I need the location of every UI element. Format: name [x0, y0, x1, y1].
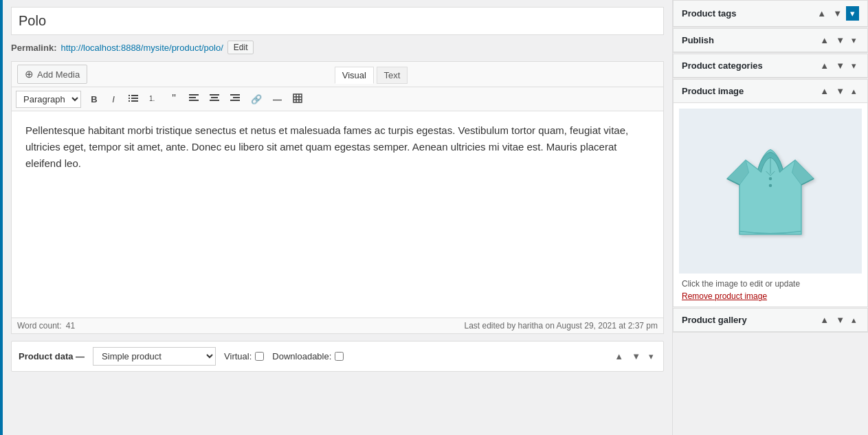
paragraph-select[interactable]: Paragraph: [16, 91, 81, 108]
permalink-link[interactable]: http://localhost:8888/mysite/product/pol…: [60, 43, 223, 53]
polo-shirt-image: [709, 129, 832, 253]
svg-rect-11: [211, 97, 218, 98]
align-center-button[interactable]: [205, 91, 224, 107]
editor-container: ⊕ Add Media Visual Text Paragraph B I: [11, 61, 664, 334]
svg-rect-1: [131, 95, 138, 96]
product-image-title: Product image: [682, 86, 744, 96]
downloadable-checkbox[interactable]: [335, 352, 344, 361]
product-image-header[interactable]: Product image ▲ ▼ ▴: [674, 80, 867, 103]
product-tags-down-button[interactable]: ▼: [830, 8, 845, 19]
product-data-expand-button[interactable]: ▾: [646, 350, 656, 363]
bold-button[interactable]: B: [85, 91, 103, 107]
product-tags-up-button[interactable]: ▲: [814, 8, 829, 19]
virtual-label: Virtual:: [224, 351, 252, 361]
svg-rect-12: [210, 100, 219, 101]
product-gallery-title: Product gallery: [682, 315, 747, 325]
add-media-area: ⊕ Add Media: [17, 65, 87, 84]
add-media-button[interactable]: ⊕ Add Media: [17, 65, 87, 84]
product-image-box[interactable]: [679, 109, 862, 274]
tab-text[interactable]: Text: [377, 67, 408, 84]
svg-rect-7: [189, 94, 199, 96]
publish-header[interactable]: Publish ▲ ▼ ▾: [674, 29, 867, 52]
tab-visual[interactable]: Visual: [335, 67, 374, 84]
editor-content: Pellentesque habitant morbi tristique se…: [25, 122, 649, 172]
product-gallery-collapse-button[interactable]: ▴: [849, 314, 859, 326]
svg-rect-3: [131, 98, 138, 99]
svg-rect-13: [230, 94, 240, 96]
svg-rect-14: [233, 97, 240, 98]
add-media-icon: ⊕: [25, 68, 34, 80]
product-gallery-header[interactable]: Product gallery ▲ ▼ ▴: [674, 309, 867, 332]
product-data-section: Product data — Simple product Grouped pr…: [11, 341, 664, 372]
product-categories-expand-button[interactable]: ▾: [849, 60, 859, 71]
remove-product-image-link[interactable]: Remove product image: [679, 291, 862, 301]
word-count-value: 41: [66, 321, 75, 331]
publish-down-button[interactable]: ▼: [833, 34, 847, 46]
ordered-list-button[interactable]: 1.: [144, 91, 164, 108]
product-data-label: Product data —: [19, 351, 85, 361]
product-data-up-button[interactable]: ▲: [612, 350, 626, 363]
virtual-checkbox-group: Virtual:: [224, 351, 264, 361]
svg-rect-8: [189, 97, 196, 98]
svg-rect-0: [129, 95, 130, 96]
downloadable-checkbox-group: Downloadable:: [272, 351, 344, 361]
product-image-collapse-button[interactable]: ▴: [849, 85, 859, 97]
editor-footer: Word count: 41 Last edited by haritha on…: [12, 317, 663, 333]
svg-point-21: [769, 177, 772, 181]
permalink-edit-button[interactable]: Edit: [227, 41, 254, 54]
product-categories-header[interactable]: Product categories ▲ ▼ ▾: [674, 54, 867, 78]
hr-button[interactable]: —: [268, 91, 287, 107]
sidebar: Product tags ▲ ▼ ▾ Publish ▲ ▼ ▾: [672, 0, 868, 435]
publish-controls: ▲ ▼ ▾: [817, 34, 859, 46]
product-gallery-up-button[interactable]: ▲: [817, 314, 832, 326]
product-gallery-down-button[interactable]: ▼: [833, 314, 847, 326]
product-image-controls: ▲ ▼ ▴: [817, 85, 859, 97]
product-tags-controls: ▲ ▼ ▾: [814, 6, 859, 21]
product-type-select[interactable]: Simple product Grouped product External/…: [93, 347, 216, 366]
svg-point-22: [769, 184, 772, 188]
product-image-down-button[interactable]: ▼: [833, 85, 847, 97]
table-button[interactable]: [288, 91, 307, 108]
virtual-checkbox[interactable]: [255, 352, 264, 361]
publish-title: Publish: [682, 35, 714, 45]
product-gallery-panel: Product gallery ▲ ▼ ▴: [673, 308, 868, 333]
publish-panel: Publish ▲ ▼ ▾: [673, 28, 868, 53]
post-title-input[interactable]: [11, 7, 664, 35]
product-tags-header[interactable]: Product tags ▲ ▼ ▾: [674, 1, 867, 27]
product-tags-title: Product tags: [682, 8, 736, 19]
product-tags-panel: Product tags ▲ ▼ ▾: [673, 0, 868, 27]
permalink-label: Permalink:: [11, 43, 56, 53]
link-button[interactable]: 🔗: [246, 91, 267, 107]
align-left-button[interactable]: [184, 91, 203, 107]
product-image-panel: Product image ▲ ▼ ▴: [673, 79, 868, 307]
product-gallery-controls: ▲ ▼ ▴: [817, 314, 859, 326]
wp-indicator: [0, 0, 3, 435]
publish-expand-button[interactable]: ▾: [849, 34, 859, 46]
editor-tabs: Visual Text: [335, 67, 408, 84]
align-right-button[interactable]: [225, 91, 245, 107]
publish-up-button[interactable]: ▲: [817, 34, 832, 46]
blockquote-button[interactable]: ": [165, 90, 183, 108]
editor-body[interactable]: Pellentesque habitant morbi tristique se…: [12, 111, 663, 317]
product-image-caption: Click the image to edit or update: [679, 279, 862, 289]
unordered-list-button[interactable]: [124, 91, 143, 108]
word-count-label: Word count:: [17, 321, 61, 331]
product-image-up-button[interactable]: ▲: [817, 85, 832, 97]
italic-button[interactable]: I: [104, 91, 122, 107]
product-tags-expand-button[interactable]: ▾: [846, 6, 859, 21]
editor-top-bar: ⊕ Add Media Visual Text: [12, 62, 663, 87]
product-categories-panel: Product categories ▲ ▼ ▾: [673, 54, 868, 78]
product-data-down-button[interactable]: ▼: [629, 350, 643, 363]
svg-rect-4: [129, 100, 130, 102]
last-edited-info: Last edited by haritha on August 29, 202…: [464, 321, 658, 331]
svg-rect-10: [210, 94, 219, 96]
product-categories-controls: ▲ ▼ ▾: [817, 60, 859, 71]
permalink-row: Permalink: http://localhost:8888/mysite/…: [11, 41, 664, 54]
svg-rect-5: [131, 100, 138, 102]
product-categories-title: Product categories: [682, 60, 763, 71]
product-categories-up-button[interactable]: ▲: [817, 60, 832, 71]
svg-text:1.: 1.: [149, 95, 155, 102]
svg-rect-16: [293, 94, 302, 102]
svg-rect-2: [129, 98, 130, 99]
product-categories-down-button[interactable]: ▼: [833, 60, 847, 71]
